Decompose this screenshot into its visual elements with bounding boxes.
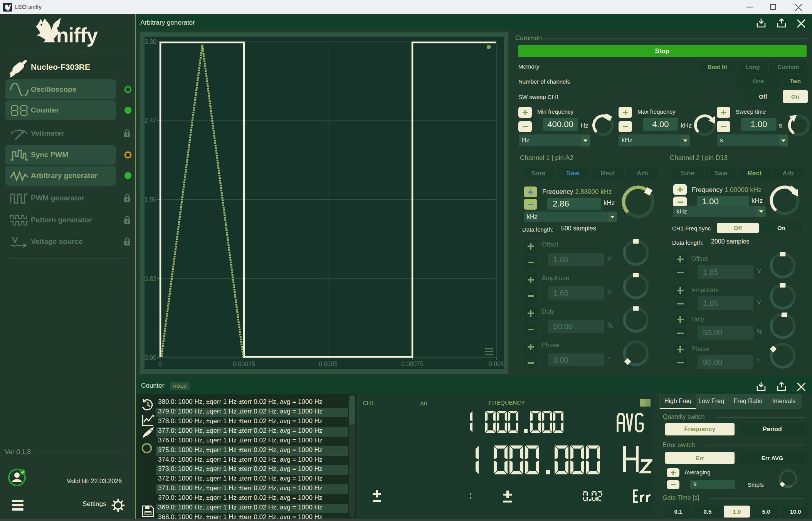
svg-text:0.00025: 0.00025: [233, 361, 255, 367]
svg-text:niffy: niffy: [56, 24, 98, 47]
svg-text:0.00075: 0.00075: [401, 361, 424, 367]
svg-text:3.30: 3.30: [145, 39, 156, 45]
svg-text:0.82: 0.82: [145, 276, 156, 282]
svg-text:0.001: 0.001: [489, 361, 504, 367]
svg-text:0.0005: 0.0005: [319, 361, 338, 367]
svg-text:0.00: 0.00: [145, 355, 156, 361]
svg-text:0: 0: [158, 361, 162, 367]
svg-text:2.47: 2.47: [145, 117, 156, 124]
svg-text:1.65: 1.65: [145, 196, 156, 203]
